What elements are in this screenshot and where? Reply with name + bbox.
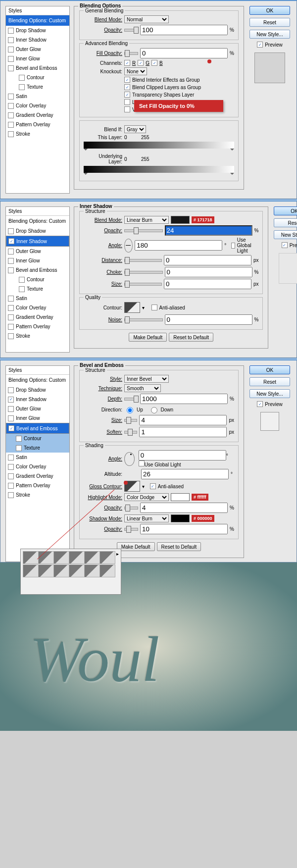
reset-button[interactable]: Reset <box>249 18 290 27</box>
channel-b-checkbox[interactable]: ✓ <box>151 60 157 66</box>
soften-slider[interactable] <box>124 431 137 434</box>
outer-glow-row[interactable]: Outer Glow <box>6 247 69 256</box>
stroke-row[interactable]: Stroke <box>6 129 69 139</box>
anti-aliased-checkbox[interactable] <box>151 305 157 310</box>
outer-glow-row[interactable]: Outer Glow <box>6 404 69 413</box>
bevel-emboss-row[interactable]: ✓Bevel and Emboss <box>6 423 69 434</box>
contour-picker[interactable] <box>124 302 140 313</box>
satin-row[interactable]: Satin <box>6 92 69 101</box>
preview-checkbox[interactable]: ✓ <box>257 42 263 48</box>
make-default-button[interactable]: Make Default <box>129 333 167 342</box>
blending-options-row[interactable]: Blending Options: Custom <box>6 375 69 385</box>
preview-checkbox[interactable]: ✓ <box>282 242 288 248</box>
ok-button[interactable]: OK <box>274 206 297 215</box>
texture-row[interactable]: Texture <box>6 443 69 453</box>
fill-opacity-slider[interactable] <box>124 52 138 55</box>
fill-opacity-input[interactable] <box>140 48 228 58</box>
underlying-layer-slider[interactable] <box>84 166 234 173</box>
texture-row[interactable]: Texture <box>6 284 69 294</box>
blending-options-row[interactable]: Blending Options: Custom <box>6 216 69 226</box>
contour-row[interactable]: Contour <box>6 434 69 443</box>
distance-input[interactable] <box>164 255 251 265</box>
size-slider[interactable] <box>124 283 162 286</box>
bevel-emboss-row[interactable]: Bevel and Emboss <box>6 63 69 73</box>
blend-clipped-checkbox[interactable]: ✓ <box>124 84 130 90</box>
reset-default-button[interactable]: Reset to Default <box>169 333 213 342</box>
inner-glow-row[interactable]: Inner Glow <box>6 54 69 63</box>
pattern-overlay-row[interactable]: Pattern Overlay <box>6 322 69 331</box>
angle-control[interactable] <box>124 452 135 466</box>
noise-input[interactable] <box>165 314 252 325</box>
stroke-row[interactable]: Stroke <box>6 331 69 341</box>
opacity-input[interactable] <box>165 225 252 236</box>
contour-row[interactable]: Contour <box>6 275 69 284</box>
depth-input[interactable] <box>140 394 228 404</box>
gradient-overlay-row[interactable]: Gradient Overlay <box>6 110 69 120</box>
angle-input[interactable] <box>139 450 226 460</box>
reset-default-button[interactable]: Reset to Default <box>157 542 201 551</box>
size-slider[interactable] <box>124 419 137 422</box>
satin-row[interactable]: Satin <box>6 453 69 462</box>
size-input[interactable] <box>139 415 227 425</box>
shadow-color-swatch[interactable] <box>171 216 190 224</box>
use-global-light-checkbox[interactable] <box>231 243 235 249</box>
soften-input[interactable] <box>139 427 227 437</box>
contour-row[interactable]: Contour <box>6 73 69 82</box>
reset-button[interactable]: Reset <box>274 218 297 227</box>
choke-slider[interactable] <box>124 271 163 274</box>
shadow-opacity-slider[interactable] <box>124 528 138 531</box>
inner-shadow-row[interactable]: ✓Inner Shadow <box>6 395 69 404</box>
technique-select[interactable]: Smooth <box>124 384 161 392</box>
highlight-opacity-input[interactable] <box>140 503 228 513</box>
blend-interior-checkbox[interactable]: ✓ <box>124 77 130 83</box>
anti-aliased-checkbox[interactable]: ✓ <box>150 483 156 489</box>
altitude-input[interactable] <box>141 469 229 479</box>
inner-glow-row[interactable]: Inner Glow <box>6 413 69 423</box>
reset-button[interactable]: Reset <box>249 377 290 386</box>
opacity-slider[interactable] <box>124 29 138 32</box>
highlight-color-swatch[interactable] <box>171 493 190 501</box>
opacity-input[interactable] <box>140 25 228 35</box>
vector-mask-hides-checkbox[interactable] <box>124 106 130 112</box>
bevel-emboss-row[interactable]: Bevel and Emboss <box>6 265 69 275</box>
inner-glow-row[interactable]: Inner Glow <box>6 256 69 265</box>
color-overlay-row[interactable]: Color Overlay <box>6 101 69 110</box>
new-style-button[interactable]: New Style... <box>249 30 290 39</box>
satin-row[interactable]: Satin <box>6 294 69 303</box>
preview-checkbox[interactable]: ✓ <box>257 401 263 407</box>
ok-button[interactable]: OK <box>249 365 290 374</box>
blending-options-row[interactable]: Blending Options: Custom <box>6 15 69 26</box>
highlight-opacity-slider[interactable] <box>124 507 138 510</box>
channel-g-checkbox[interactable]: ✓ <box>138 60 144 66</box>
texture-row[interactable]: Texture <box>6 82 69 92</box>
drop-shadow-row[interactable]: Drop Shadow <box>6 26 69 35</box>
this-layer-slider[interactable] <box>84 142 234 149</box>
new-style-button[interactable]: New Style... <box>249 389 290 398</box>
color-overlay-row[interactable]: Color Overlay <box>6 462 69 471</box>
ok-button[interactable]: OK <box>249 6 290 15</box>
highlight-mode-select[interactable]: Color Dodge <box>124 493 169 501</box>
choke-input[interactable] <box>165 267 252 277</box>
stroke-row[interactable]: Stroke <box>6 490 69 500</box>
gradient-overlay-row[interactable]: Gradient Overlay <box>6 312 69 322</box>
make-default-button[interactable]: Make Default <box>117 542 155 551</box>
shadow-opacity-input[interactable] <box>140 524 228 534</box>
color-overlay-row[interactable]: Color Overlay <box>6 303 69 312</box>
drop-shadow-row[interactable]: Drop Shadow <box>6 385 69 395</box>
angle-control[interactable] <box>124 239 133 253</box>
bevel-style-select[interactable]: Inner Bevel <box>124 375 169 383</box>
use-global-light-checkbox[interactable] <box>139 460 145 466</box>
opacity-slider[interactable] <box>124 229 163 232</box>
blend-if-select[interactable]: Gray <box>124 125 146 133</box>
inner-shadow-row[interactable]: ✓Inner Shadow <box>6 236 69 247</box>
contour-palette[interactable]: ▸ <box>20 549 121 595</box>
distance-slider[interactable] <box>124 259 162 262</box>
layer-mask-hides-checkbox[interactable] <box>124 99 130 105</box>
angle-input[interactable] <box>135 240 222 251</box>
knockout-select[interactable]: None <box>124 67 147 75</box>
blend-mode-select[interactable]: Normal <box>124 15 169 23</box>
blend-mode-select[interactable]: Linear Burn <box>124 216 169 224</box>
channel-r-checkbox[interactable]: ✓ <box>124 60 130 66</box>
pattern-overlay-row[interactable]: Pattern Overlay <box>6 120 69 129</box>
inner-shadow-row[interactable]: Inner Shadow <box>6 35 69 45</box>
